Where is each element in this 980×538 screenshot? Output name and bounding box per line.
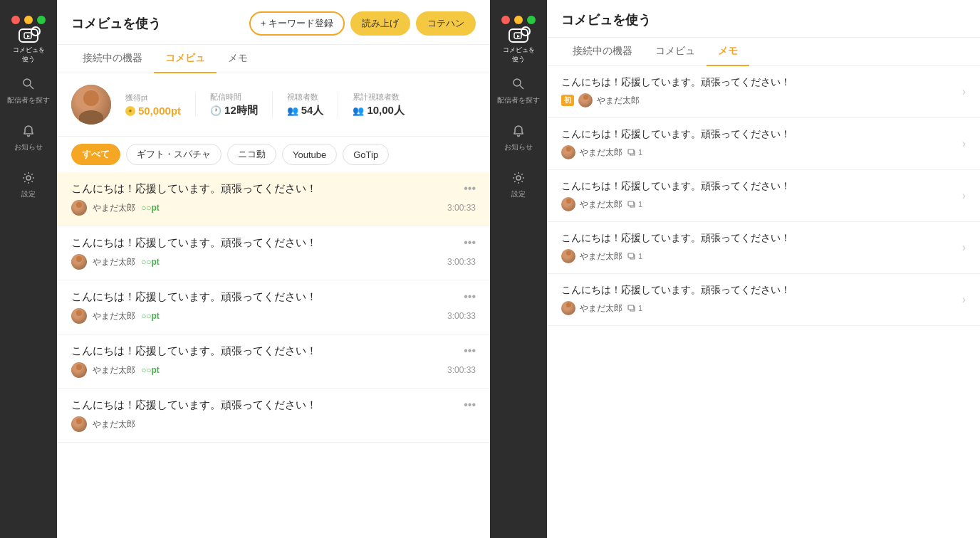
memo-text: こんにちは！応援しています。頑張ってください！ [561,180,956,193]
message-meta: やまだ太郎 ○○pt 3:00:33 [71,308,476,324]
total-label: 累計視聴者数 [353,92,405,102]
memo-text: こんにちは！応援しています。頑張ってください！ [561,128,956,141]
memo-meta: やまだ太郎 1 [561,301,956,315]
memo-item[interactable]: こんにちは！応援しています。頑張ってください！ やまだ太郎 1 › [547,274,980,326]
message-meta: やまだ太郎 [71,416,476,432]
right-main-content: コメビュを使う 接続中の機器 コメビュ メモ こんにちは！応援しています。頑張っ… [547,0,980,538]
more-options-btn[interactable]: ••• [464,344,476,357]
filter-all-btn[interactable]: すべて [71,144,120,165]
message-text: こんにちは！応援しています。頑張ってください！ [71,290,476,304]
svg-line-6 [520,85,523,89]
right-sidebar-search[interactable]: 配信者を探す [490,67,547,114]
sidebar-item-settings[interactable]: 設定 [0,161,57,208]
window-controls [1,9,56,28]
tab-comeview[interactable]: コメビュ [154,45,217,73]
memo-item[interactable]: こんにちは！応援しています。頑張ってください！ やまだ太郎 1 › [547,170,980,222]
message-meta: やまだ太郎 ○○pt 3:00:33 [71,362,476,378]
memo-text: こんにちは！応援しています。頑張ってください！ [561,232,956,245]
stat-points: 獲得pt ● 50,000pt [125,93,196,117]
memo-meta: 初 やまだ太郎 [561,93,956,107]
memo-meta: やまだ太郎 1 [561,249,956,263]
msg-pts: ○○pt [141,311,160,321]
memo-count: 1 [627,147,642,157]
svg-rect-11 [628,305,634,310]
right-logo-label: コメビュを使う [501,46,536,64]
right-settings-label: 設定 [511,189,526,199]
read-aloud-btn[interactable]: 読み上げ [350,11,410,36]
memo-content: こんにちは！応援しています。頑張ってください！ やまだ太郎 1 [561,232,956,263]
right-tabs: 接続中の機器 コメビュ メモ [547,38,980,66]
filter-nico-btn[interactable]: ニコ動 [227,144,276,165]
left-sidebar: コメビュを使う 配信者を探す お知らせ [0,0,57,538]
right-search-label: 配信者を探す [497,95,540,105]
stream-value: 🕐 12時間 [210,104,258,117]
clock-icon: 🕐 [210,105,221,116]
filter-gotip-btn[interactable]: GoTip [343,144,389,165]
sidebar-item-notifications[interactable]: お知らせ [0,114,57,161]
msg-avatar [71,254,87,270]
msg-time: 3:00:33 [447,203,476,213]
msg-username: やまだ太郎 [93,202,135,214]
logo-label: コメビュを使う [11,46,46,64]
message-meta: やまだ太郎 ○○pt 3:00:33 [71,254,476,270]
filter-youtube-btn[interactable]: Youtube [282,144,337,165]
chevron-right-icon: › [962,189,966,202]
more-options-btn[interactable]: ••• [464,290,476,303]
memo-content: こんにちは！応援しています。頑張ってください！ やまだ太郎 1 [561,128,956,159]
right-panel: コメビュを使う 配信者を探す お知らせ [490,0,980,538]
right-maximize-btn[interactable] [527,16,536,24]
left-tabs: 接続中の機器 コメビュ メモ [57,45,490,73]
tab-memo[interactable]: メモ [217,45,259,73]
sidebar-item-search[interactable]: 配信者を探す [0,67,57,114]
memo-avatar [561,145,575,159]
right-minimize-btn[interactable] [514,16,523,24]
svg-point-3 [26,176,31,180]
memo-item[interactable]: こんにちは！応援しています。頑張ってください！ やまだ太郎 1 › [547,222,980,274]
more-options-btn[interactable]: ••• [464,399,476,411]
memo-item[interactable]: こんにちは！応援しています。頑張ってください！ やまだ太郎 1 › [547,118,980,170]
msg-pts: ○○pt [141,257,160,267]
right-page-title: コメビュを使う [561,11,651,28]
msg-username: やまだ太郎 [93,364,135,376]
memo-avatar [561,249,575,263]
right-close-btn[interactable] [501,16,510,24]
right-logo-icon [509,28,528,43]
memo-item[interactable]: こんにちは！応援しています。頑張ってください！ 初 やまだ太郎 › [547,66,980,118]
memo-username: やまだ太郎 [580,147,622,159]
more-options-btn[interactable]: ••• [464,236,476,249]
tab-devices[interactable]: 接続中の機器 [71,45,154,73]
memo-username: やまだ太郎 [580,199,622,211]
svg-point-7 [516,176,521,180]
right-tab-memo[interactable]: メモ [707,38,749,66]
filter-gift-btn[interactable]: ギフト・スパチャ [126,144,221,165]
close-window-btn[interactable] [11,16,20,24]
more-options-btn[interactable]: ••• [464,182,476,195]
maximize-window-btn[interactable] [37,16,46,24]
memo-count: 1 [627,251,642,261]
memo-content: こんにちは！応援しています。頑張ってください！ やまだ太郎 1 [561,284,956,315]
message-item: こんにちは！応援しています。頑張ってください！ やまだ太郎 ○○pt 3:00:… [57,280,490,334]
memo-meta: やまだ太郎 1 [561,145,956,159]
memo-count: 1 [627,199,642,209]
sidebar-item-settings-label: 設定 [21,189,36,199]
search-icon [20,75,37,93]
minimize-window-btn[interactable] [24,16,33,24]
message-text: こんにちは！応援しています。頑張ってください！ [71,399,476,412]
svg-rect-9 [628,201,634,206]
handle-btn[interactable]: コテハン [416,11,476,36]
keyword-register-btn[interactable]: + キーワード登録 [249,11,345,36]
stat-stream-time: 配信時間 🕐 12時間 [210,92,273,117]
right-sidebar-notifications[interactable]: お知らせ [490,114,547,161]
chevron-right-icon: › [962,137,966,150]
memo-avatar [578,93,593,107]
memo-content: こんにちは！応援しています。頑張ってください！ やまだ太郎 1 [561,180,956,211]
right-tab-devices[interactable]: 接続中の機器 [561,38,644,66]
msg-pts: ○○pt [141,365,160,375]
right-window-controls [491,9,546,28]
right-notifications-label: お知らせ [504,142,533,152]
right-tab-comeview[interactable]: コメビュ [644,38,707,66]
right-sidebar-settings[interactable]: 設定 [490,161,547,208]
stat-total-viewers: 累計視聴者数 👥 10,00人 [353,92,419,117]
message-text: こんにちは！応援しています。頑張ってください！ [71,344,476,358]
left-top-bar: コメビュを使う + キーワード登録 読み上げ コテハン [57,0,490,45]
